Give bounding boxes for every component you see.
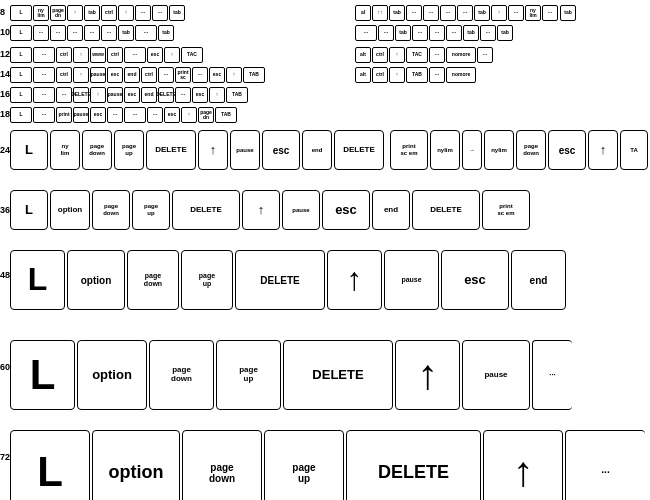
row-label-60: 60 [0, 362, 10, 372]
key-up-r72: ↑ [483, 430, 563, 500]
key-r14-r2: ctrl [372, 67, 388, 83]
key-r24-esc: esc [548, 130, 586, 170]
key-r12-4: www [90, 47, 106, 63]
key-r10-r7: tab [463, 25, 479, 41]
key-delete-r24: DELETE [146, 130, 196, 170]
key-L-r36: L [10, 190, 48, 230]
key-r10-r2: ··· [378, 25, 394, 41]
key-option-r72: option [92, 430, 180, 500]
key-tab2-r8: ↑ [118, 5, 134, 21]
key-r14-9: printsc [175, 67, 191, 83]
row-label-36: 36 [0, 205, 10, 215]
key-r8-r3: tab [389, 5, 405, 21]
key-r18-3: pause [73, 107, 89, 123]
key-r16-3: DELETE [73, 87, 89, 103]
key-esc-r36: esc [322, 190, 370, 230]
key-r14-r1: alt [355, 67, 371, 83]
key-esc-r48: esc [441, 250, 509, 310]
key-L-r10: L [10, 25, 32, 41]
key-page-up-r60: pageup [216, 340, 281, 410]
key-r16-6: esc [124, 87, 140, 103]
key-r72-extra: ··· [565, 430, 645, 500]
key-delete2-r24: DELETE [334, 130, 384, 170]
key-page-up-r72: pageup [264, 430, 344, 500]
key-r12-r7: ··· [477, 47, 493, 63]
key-L-r12: L [10, 47, 32, 63]
key-page-down-r72: pagedown [182, 430, 262, 500]
row-label-24: 24 [0, 145, 10, 155]
key-nylim-r8: nylim [33, 5, 49, 21]
key-tab-r12: TAC [181, 47, 203, 63]
key-r14-1: ··· [33, 67, 55, 83]
key-r12-2: ctrl [56, 47, 72, 63]
key-tab-r16: TAB [226, 87, 248, 103]
key-L-r14: L [10, 67, 32, 83]
key-r10-r9: tab [497, 25, 513, 41]
key-L-r18: L [10, 107, 32, 123]
key-r16-7: end [141, 87, 157, 103]
key-L-r72: L [10, 430, 90, 500]
key-r16-8: DELETE [158, 87, 174, 103]
key-r10-r5: ··· [429, 25, 445, 41]
key-L-r16: L [10, 87, 32, 103]
row-label-16: 16 [0, 89, 10, 99]
key-r12-r2: ctrl [372, 47, 388, 63]
key-r18-9: ↑ [181, 107, 197, 123]
key-r24-page-down: pagedown [516, 130, 546, 170]
key-r24-arr: → [462, 130, 482, 170]
key-r16-5: pause [107, 87, 123, 103]
key-tab-r14: TAB [243, 67, 265, 83]
key-r16-9: ··· [175, 87, 191, 103]
key-r14-r5: ··· [429, 67, 445, 83]
key-r18-2: print [56, 107, 72, 123]
key-r14-5: esc [107, 67, 123, 83]
key-up-r36: ↑ [242, 190, 280, 230]
row-label-48: 48 [0, 270, 10, 280]
key-r24-nylim: nylim [430, 130, 460, 170]
key-r10-6: tab [118, 25, 134, 41]
key-r18-1: ··· [33, 107, 55, 123]
key-r14-10: ··· [192, 67, 208, 83]
key-pause-r36: pause [282, 190, 320, 230]
key-up-r48: ↑ [327, 250, 382, 310]
key-page-down-r60: pagedown [149, 340, 214, 410]
key-r10-r8: ··· [480, 25, 496, 41]
key-r14-6: end [124, 67, 140, 83]
key-r10-r3: tab [395, 25, 411, 41]
key-delete-r60: DELETE [283, 340, 393, 410]
key-up-r24: ↑ [198, 130, 228, 170]
key-r12-r3: ↑ [389, 47, 405, 63]
key-r10-5: ··· [101, 25, 117, 41]
key-L-r60: L [10, 340, 75, 410]
key-tab2-r12: TAC [406, 47, 428, 63]
key-r8-r5: ··· [423, 5, 439, 21]
key-up-r60: ↑ [395, 340, 460, 410]
row-label-18: 18 [0, 109, 10, 119]
row-label-14: 14 [0, 69, 10, 79]
key-r8-r10: ··· [508, 5, 524, 21]
key-up-r8: ↑ [67, 5, 83, 21]
key-r10-8: tab [158, 25, 174, 41]
key-r10-r1: ··· [355, 25, 377, 41]
key-misc2-r8: ··· [152, 5, 168, 21]
key-r14-3: ↑ [73, 67, 89, 83]
key-r24-ta: TA [620, 130, 648, 170]
row-label-12: 12 [0, 49, 10, 59]
key-r12-6: ··· [124, 47, 146, 63]
key-L-r8: L [10, 5, 32, 21]
key-r14-12: ↑ [226, 67, 242, 83]
key-r18-7: ··· [147, 107, 163, 123]
key-r8-r9: ↑ [491, 5, 507, 21]
row-label-72: 72 [0, 452, 10, 462]
key-r10-2: ··· [50, 25, 66, 41]
key-delete2-r36: DELETE [412, 190, 480, 230]
key-r16-11: ↑ [209, 87, 225, 103]
row-label-8: 8 [0, 7, 5, 17]
key-misc3-r8: tab [169, 5, 185, 21]
key-r18-10: pagedn [198, 107, 214, 123]
key-end-r48: end [511, 250, 566, 310]
key-r12-8: ↑ [164, 47, 180, 63]
key-pause-r48: pause [384, 250, 439, 310]
key-r12-7: esc [147, 47, 163, 63]
key-page-up-r48: pageup [181, 250, 233, 310]
